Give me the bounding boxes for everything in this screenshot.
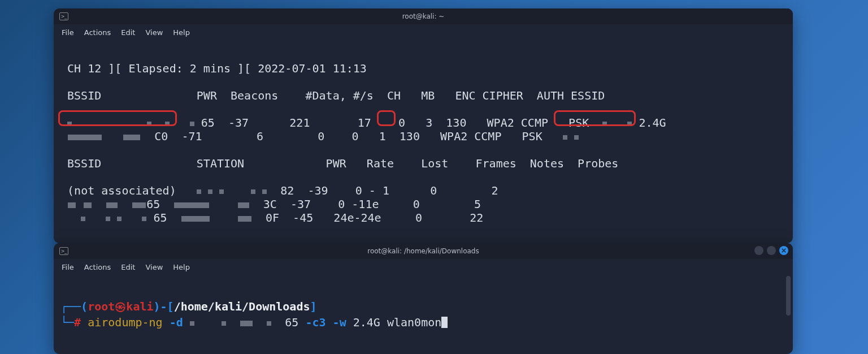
menu-view[interactable]: View bbox=[145, 263, 163, 271]
minimize-button[interactable] bbox=[754, 246, 763, 255]
menu-actions[interactable]: Actions bbox=[84, 28, 111, 37]
menu-file[interactable]: File bbox=[62, 263, 74, 271]
ap-header: BSSID PWR Beacons #Data, #/s CH MB ENC C… bbox=[60, 89, 605, 102]
terminal-window-airodump: >_ root@kali: ~ File Actions Edit View H… bbox=[54, 8, 793, 243]
menubar: File Actions Edit View Help bbox=[54, 24, 793, 40]
menu-help[interactable]: Help bbox=[173, 263, 190, 271]
scrollbar-thumb[interactable] bbox=[786, 276, 791, 316]
prompt-cwd: /home/kali/Downloads bbox=[174, 300, 310, 313]
prompt-user: root bbox=[88, 300, 115, 313]
maximize-button[interactable] bbox=[767, 246, 776, 255]
cmd-interface: wlan0mon bbox=[387, 316, 441, 329]
cmd-outfile: 2.4G bbox=[353, 316, 380, 329]
window-title: root@kali: ~ bbox=[54, 12, 793, 20]
scrollbar[interactable] bbox=[786, 276, 791, 351]
cmd-flag-c: -c3 bbox=[305, 316, 326, 329]
text-cursor bbox=[441, 317, 448, 328]
menu-file[interactable]: File bbox=[62, 28, 74, 37]
terminal-output[interactable]: CH 12 ][ Elapsed: 2 mins ][ 2022-07-01 1… bbox=[54, 40, 793, 243]
sta-header: BSSID STATION PWR Rate Lost Frames Notes… bbox=[60, 157, 618, 170]
cmd-program: airodump-ng bbox=[88, 316, 162, 329]
menu-view[interactable]: View bbox=[145, 28, 163, 37]
window-controls bbox=[754, 246, 788, 255]
cmd-flag-w: -w bbox=[333, 316, 346, 329]
titlebar[interactable]: >_ root@kali: ~ bbox=[54, 8, 793, 24]
menu-help[interactable]: Help bbox=[173, 28, 190, 37]
titlebar[interactable]: >_ root@kali: /home/kali/Downloads bbox=[54, 243, 793, 259]
highlight-essid bbox=[554, 110, 636, 126]
menu-edit[interactable]: Edit bbox=[121, 263, 135, 271]
menu-edit[interactable]: Edit bbox=[121, 28, 135, 37]
highlight-channel bbox=[377, 110, 396, 126]
window-title: root@kali: /home/kali/Downloads bbox=[54, 247, 793, 255]
status-line: CH 12 ][ Elapsed: 2 mins ][ 2022-07-01 1… bbox=[60, 62, 367, 75]
menubar: File Actions Edit View Help bbox=[54, 259, 793, 275]
prompt-host: kali bbox=[126, 300, 153, 313]
menu-actions[interactable]: Actions bbox=[84, 263, 111, 271]
close-button[interactable] bbox=[779, 246, 788, 255]
highlight-bssid bbox=[58, 110, 177, 126]
cmd-flag-d: -d bbox=[170, 316, 183, 329]
terminal-prompt-area[interactable]: ┌──(root㉿kali)-[/home/kali/Downloads] └─… bbox=[54, 275, 793, 352]
terminal-window-command: >_ root@kali: /home/kali/Downloads File … bbox=[54, 243, 793, 354]
